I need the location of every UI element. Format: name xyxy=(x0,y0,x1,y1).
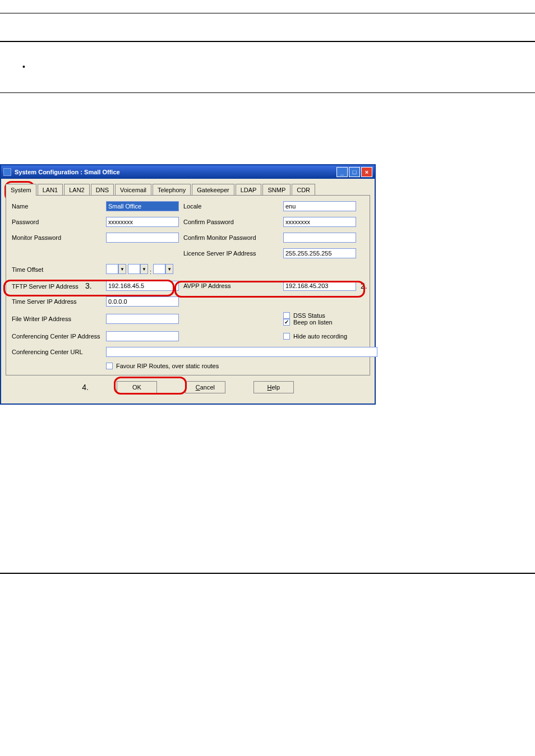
file-writer-input[interactable] xyxy=(106,314,179,324)
avpp-input[interactable] xyxy=(283,281,356,291)
tab-telephony[interactable]: Telephony xyxy=(153,184,191,196)
callout-3: 3. xyxy=(85,281,92,290)
footer-l1-right: Page 16 xyxy=(268,574,535,586)
cancel-button[interactable]: Cancel xyxy=(185,381,225,393)
tab-ldap[interactable]: LDAP xyxy=(236,184,262,196)
footer-l2-right: 40DHB0002UKFA Issue 2 (26th April 2005) xyxy=(268,586,535,597)
licence-server-input[interactable] xyxy=(283,248,356,258)
app-icon xyxy=(3,168,11,176)
step-3: 3. In TFTP Server IP Address enter the I… xyxy=(0,134,535,144)
tab-dns[interactable]: DNS xyxy=(91,184,114,196)
label-tftp: TFTP Server IP Address 3. xyxy=(12,281,102,290)
time-offset-sec[interactable]: ▼ xyxy=(153,264,173,274)
window-title: System Configuration : Small Office xyxy=(15,169,336,175)
confirm-monitor-password-input[interactable] xyxy=(283,233,356,243)
label-password: Password xyxy=(12,219,102,225)
label-confirm-password: Confirm Password xyxy=(183,219,279,225)
help-button[interactable]: Help xyxy=(253,381,294,393)
tftp-input[interactable] xyxy=(106,281,179,291)
step-1: 1. Open the IP Office System form. xyxy=(0,115,535,125)
subsection-title: System Settings xyxy=(0,99,535,110)
conf-url-input[interactable] xyxy=(106,347,377,357)
conf-ip-input[interactable] xyxy=(106,331,179,341)
close-button[interactable]: × xyxy=(361,167,372,177)
note-label: Note xyxy=(32,63,47,71)
label-beep: Beep on listen xyxy=(293,319,333,326)
footer-l1-left: 3600/3626 Phone and AVPP - Installation xyxy=(0,574,268,586)
tab-cdr[interactable]: CDR xyxy=(292,184,315,196)
label-name: Name xyxy=(12,203,102,210)
label-locale: Locale xyxy=(183,203,279,210)
monitor-password-input[interactable] xyxy=(106,233,179,243)
header-left: IP Office 3.0 xyxy=(0,0,37,10)
beep-checkbox[interactable] xyxy=(283,319,290,326)
ok-button[interactable]: OK xyxy=(117,381,157,393)
section-title: IP Office Manager Setup xyxy=(0,20,535,34)
tab-voicemail[interactable]: Voicemail xyxy=(115,184,151,196)
label-licence-server: Licence Server IP Address xyxy=(183,250,279,257)
label-conf-ip: Conferencing Center IP Address xyxy=(12,333,102,340)
bullet-icon: • xyxy=(22,63,25,82)
label-conf-url: Conferencing Center URL xyxy=(12,349,102,355)
tab-lan2[interactable]: LAN2 xyxy=(64,184,90,196)
callout-4: 4. xyxy=(82,383,89,392)
label-monitor-password: Monitor Password xyxy=(12,234,102,241)
locale-input[interactable] xyxy=(283,201,356,211)
label-favour-rip: Favour RIP Routes, over static routes xyxy=(116,363,219,369)
tab-page-system: Name Locale Password Confirm Password Mo… xyxy=(6,195,370,375)
maximize-button[interactable]: □ xyxy=(349,167,360,177)
time-offset-min[interactable]: ▼ xyxy=(128,264,148,274)
time-server-input[interactable] xyxy=(106,296,179,307)
label-time-offset: Time Offset xyxy=(12,266,102,273)
password-input[interactable] xyxy=(106,217,179,227)
label-file-writer: File Writer IP Address xyxy=(12,316,102,322)
intro-text: The following changes are required in th… xyxy=(0,48,535,57)
header-right: 3600/3626 Phone and Avaya Voice Priority… xyxy=(342,0,535,10)
titlebar[interactable]: System Configuration : Small Office _ □ … xyxy=(1,165,375,179)
step-4: 4. Click OK. xyxy=(0,143,535,153)
label-confirm-monitor-password: Confirm Monitor Password xyxy=(183,234,279,241)
tab-snmp[interactable]: SNMP xyxy=(262,184,290,196)
label-avpp: AVPP IP Address xyxy=(183,282,279,289)
time-offset-hour[interactable]: ▼ xyxy=(106,264,126,274)
confirm-password-input[interactable] xyxy=(283,217,356,227)
favour-rip-checkbox[interactable] xyxy=(106,363,113,369)
label-dss: DSS Status xyxy=(293,312,325,319)
label-time-server: Time Server IP Address xyxy=(12,298,102,305)
tab-lan1[interactable]: LAN1 xyxy=(38,184,63,196)
note-text: The 3600 Series telephones are supported… xyxy=(32,73,268,81)
callout-2: 2. xyxy=(361,281,377,290)
label-hide-auto: Hide auto recording xyxy=(293,333,347,340)
tab-bar: System LAN1 LAN2 DNS Voicemail Telephony… xyxy=(1,179,375,195)
name-input[interactable] xyxy=(106,201,179,211)
system-config-window: System Configuration : Small Office _ □ … xyxy=(0,164,376,405)
tab-system[interactable]: System xyxy=(6,184,36,196)
hide-auto-checkbox[interactable] xyxy=(283,333,290,340)
dss-checkbox[interactable] xyxy=(283,312,290,319)
footer-l2-left: IP Office 3.0 xyxy=(0,586,268,597)
step-2: 2. In AVPP IP Address enter the IP addre… xyxy=(0,125,535,134)
minimize-button[interactable]: _ xyxy=(336,167,348,177)
tab-gatekeeper[interactable]: Gatekeeper xyxy=(192,184,234,196)
